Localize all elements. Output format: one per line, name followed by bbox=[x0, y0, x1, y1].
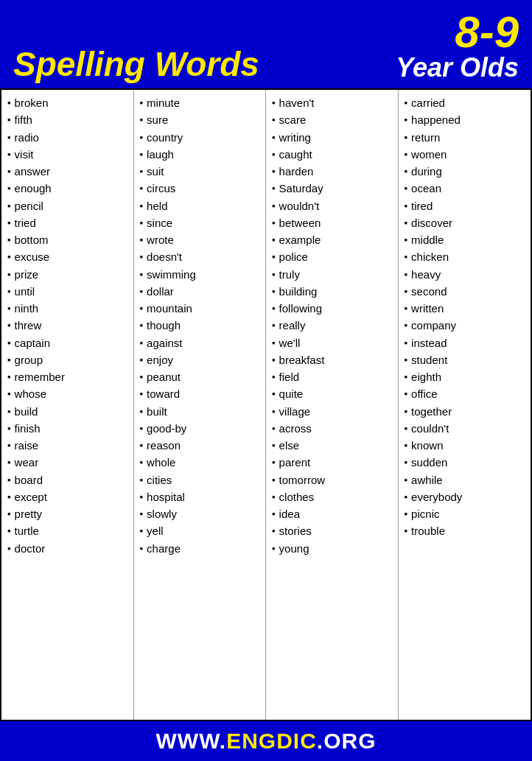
bullet-icon: ▪ bbox=[140, 301, 144, 316]
bullet-icon: ▪ bbox=[7, 284, 11, 299]
word-label: young bbox=[279, 540, 309, 557]
list-item: ▪country bbox=[140, 129, 263, 146]
list-item: ▪peanut bbox=[140, 368, 263, 385]
bullet-icon: ▪ bbox=[140, 438, 144, 453]
list-item: ▪really bbox=[272, 317, 395, 334]
word-label: build bbox=[15, 403, 38, 420]
bullet-icon: ▪ bbox=[140, 387, 144, 401]
bullet-icon: ▪ bbox=[272, 199, 276, 214]
list-item: ▪Saturday bbox=[272, 180, 395, 197]
list-item: ▪sudden bbox=[405, 454, 528, 471]
list-item: ▪village bbox=[272, 403, 395, 420]
list-item: ▪doesn't bbox=[140, 248, 263, 265]
word-label: Saturday bbox=[279, 180, 323, 197]
bullet-icon: ▪ bbox=[272, 284, 276, 299]
list-item: ▪chicken bbox=[405, 248, 528, 265]
word-label: police bbox=[279, 248, 308, 265]
word-label: against bbox=[147, 334, 182, 351]
word-label: except bbox=[15, 488, 47, 505]
bullet-icon: ▪ bbox=[7, 490, 11, 505]
word-label: breakfast bbox=[279, 351, 325, 368]
bullet-icon: ▪ bbox=[272, 233, 276, 248]
bullet-icon: ▪ bbox=[7, 181, 11, 196]
list-item: ▪minute bbox=[140, 94, 263, 111]
word-label: tomorrow bbox=[279, 471, 326, 488]
word-label: enough bbox=[15, 180, 52, 197]
list-item: ▪radio bbox=[7, 129, 130, 146]
bullet-icon: ▪ bbox=[272, 353, 276, 368]
list-item: ▪student bbox=[405, 351, 528, 368]
word-label: captain bbox=[15, 334, 50, 351]
list-item: ▪tried bbox=[7, 214, 130, 231]
bullet-icon: ▪ bbox=[140, 216, 144, 231]
word-label: toward bbox=[147, 385, 180, 402]
word-label: picnic bbox=[411, 505, 439, 522]
bullet-icon: ▪ bbox=[405, 455, 408, 470]
bullet-icon: ▪ bbox=[140, 318, 144, 333]
list-item: ▪carried bbox=[405, 94, 528, 111]
word-label: clothes bbox=[279, 488, 315, 505]
word-label: between bbox=[279, 214, 321, 231]
bullet-icon: ▪ bbox=[405, 113, 408, 127]
bullet-icon: ▪ bbox=[272, 113, 276, 127]
bullet-icon: ▪ bbox=[272, 130, 276, 145]
bullet-icon: ▪ bbox=[7, 387, 11, 401]
word-label: village bbox=[279, 403, 311, 420]
list-item: ▪until bbox=[7, 283, 130, 300]
list-item: ▪threw bbox=[7, 317, 130, 334]
list-item: ▪tired bbox=[405, 197, 528, 214]
bullet-icon: ▪ bbox=[405, 473, 408, 488]
word-label: women bbox=[411, 146, 447, 163]
word-label: radio bbox=[15, 129, 39, 146]
word-label: heavy bbox=[411, 266, 441, 283]
list-item: ▪company bbox=[405, 317, 528, 334]
bullet-icon: ▪ bbox=[7, 113, 11, 127]
list-item: ▪whose bbox=[7, 385, 130, 402]
bullet-icon: ▪ bbox=[7, 216, 11, 231]
word-label: until bbox=[15, 283, 35, 300]
bullet-icon: ▪ bbox=[140, 233, 144, 248]
word-label: carried bbox=[411, 94, 445, 111]
bullet-icon: ▪ bbox=[405, 438, 408, 453]
word-label: reason bbox=[147, 437, 181, 454]
bullet-icon: ▪ bbox=[140, 370, 144, 385]
list-item: ▪wrote bbox=[140, 231, 263, 248]
bullet-icon: ▪ bbox=[272, 301, 276, 316]
list-item: ▪dollar bbox=[140, 283, 263, 300]
bullet-icon: ▪ bbox=[405, 507, 408, 522]
bullet-icon: ▪ bbox=[405, 267, 408, 282]
word-label: tried bbox=[15, 214, 36, 231]
list-item: ▪ninth bbox=[7, 300, 130, 317]
word-label: finish bbox=[15, 420, 41, 437]
bullet-icon: ▪ bbox=[405, 301, 408, 316]
word-label: sure bbox=[147, 111, 168, 128]
bullet-icon: ▪ bbox=[405, 233, 408, 248]
word-label: writing bbox=[279, 129, 311, 146]
list-item: ▪trouble bbox=[405, 522, 528, 539]
bullet-icon: ▪ bbox=[140, 164, 144, 179]
bullet-icon: ▪ bbox=[140, 336, 144, 351]
word-label: across bbox=[279, 420, 312, 437]
word-label: raise bbox=[15, 437, 39, 454]
word-label: harden bbox=[279, 163, 314, 180]
bullet-icon: ▪ bbox=[405, 181, 408, 196]
word-label: chicken bbox=[411, 248, 449, 265]
bullet-icon: ▪ bbox=[405, 147, 408, 162]
bullet-icon: ▪ bbox=[405, 490, 408, 505]
bullet-icon: ▪ bbox=[405, 404, 408, 419]
bullet-icon: ▪ bbox=[7, 438, 11, 453]
word-label: excuse bbox=[15, 248, 50, 265]
bullet-icon: ▪ bbox=[140, 490, 144, 505]
footer-yellow: ENGDIC bbox=[226, 729, 317, 753]
bullet-icon: ▪ bbox=[405, 353, 408, 368]
word-label: known bbox=[411, 437, 443, 454]
word-label: fifth bbox=[15, 111, 32, 128]
word-label: trouble bbox=[411, 522, 445, 539]
bullet-icon: ▪ bbox=[405, 96, 408, 111]
bullet-icon: ▪ bbox=[140, 404, 144, 419]
word-label: else bbox=[279, 437, 300, 454]
bullet-icon: ▪ bbox=[140, 130, 144, 145]
list-item: ▪turtle bbox=[7, 522, 130, 539]
word-label: ninth bbox=[15, 300, 39, 317]
word-label: circus bbox=[147, 180, 175, 197]
